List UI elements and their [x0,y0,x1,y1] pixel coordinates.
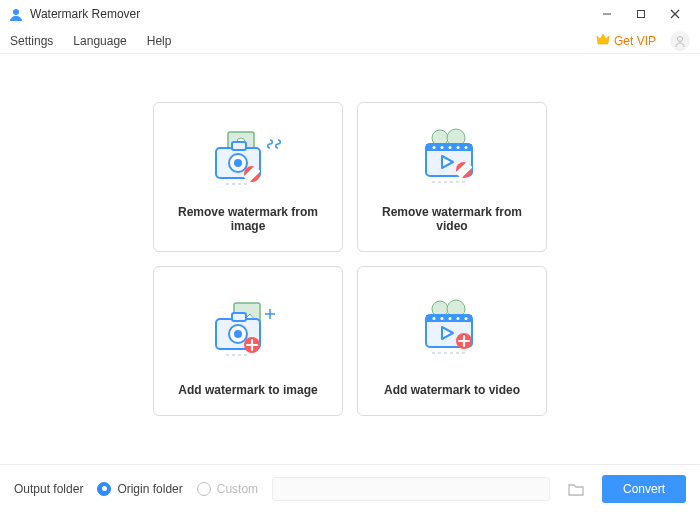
user-avatar[interactable] [670,31,690,51]
svg-point-36 [441,317,444,320]
svg-rect-9 [232,142,246,150]
crown-icon [596,33,610,48]
main-area: Remove watermark from image Remove water… [0,54,700,464]
svg-point-39 [465,317,468,320]
video-remove-icon [402,117,502,205]
card-label: Remove watermark from image [164,205,332,233]
radio-label: Custom [217,482,258,496]
svg-point-5 [678,36,683,41]
svg-point-35 [433,317,436,320]
svg-point-19 [441,146,444,149]
card-add-watermark-video[interactable]: Add watermark to video [357,266,547,416]
video-add-icon [402,281,502,383]
app-icon [8,6,24,22]
custom-path-input[interactable] [272,477,550,501]
radio-custom-folder[interactable]: Custom [197,482,258,496]
menu-language[interactable]: Language [63,34,136,48]
radio-origin-folder[interactable]: Origin folder [97,482,182,496]
svg-point-0 [13,9,19,15]
menubar: Settings Language Help Get VIP [0,28,700,54]
card-label: Add watermark to video [384,383,520,397]
get-vip-button[interactable]: Get VIP [596,33,656,48]
card-remove-watermark-video[interactable]: Remove watermark from video [357,102,547,252]
svg-point-21 [457,146,460,149]
minimize-button[interactable] [590,0,624,28]
radio-icon [197,482,211,496]
bottombar: Output folder Origin folder Custom Conve… [0,464,700,512]
maximize-button[interactable] [624,0,658,28]
svg-point-20 [449,146,452,149]
svg-rect-27 [232,313,246,321]
svg-rect-2 [638,11,645,18]
svg-point-18 [433,146,436,149]
menu-settings[interactable]: Settings [10,34,63,48]
card-label: Remove watermark from video [368,205,536,233]
app-title: Watermark Remover [30,7,140,21]
vip-label: Get VIP [614,34,656,48]
card-remove-watermark-image[interactable]: Remove watermark from image [153,102,343,252]
titlebar: Watermark Remover [0,0,700,28]
convert-button[interactable]: Convert [602,475,686,503]
radio-label: Origin folder [117,482,182,496]
svg-point-22 [465,146,468,149]
camera-remove-icon [198,117,298,205]
svg-point-37 [449,317,452,320]
card-add-watermark-image[interactable]: Add watermark to image [153,266,343,416]
browse-folder-button[interactable] [564,477,588,501]
svg-point-29 [234,330,242,338]
action-grid: Remove watermark from image Remove water… [153,102,547,416]
close-button[interactable] [658,0,692,28]
svg-point-38 [457,317,460,320]
window-controls [590,0,692,28]
menu-help[interactable]: Help [137,34,182,48]
camera-add-icon [198,281,298,383]
output-folder-label: Output folder [14,482,83,496]
svg-point-11 [234,159,242,167]
card-label: Add watermark to image [178,383,317,397]
radio-icon [97,482,111,496]
